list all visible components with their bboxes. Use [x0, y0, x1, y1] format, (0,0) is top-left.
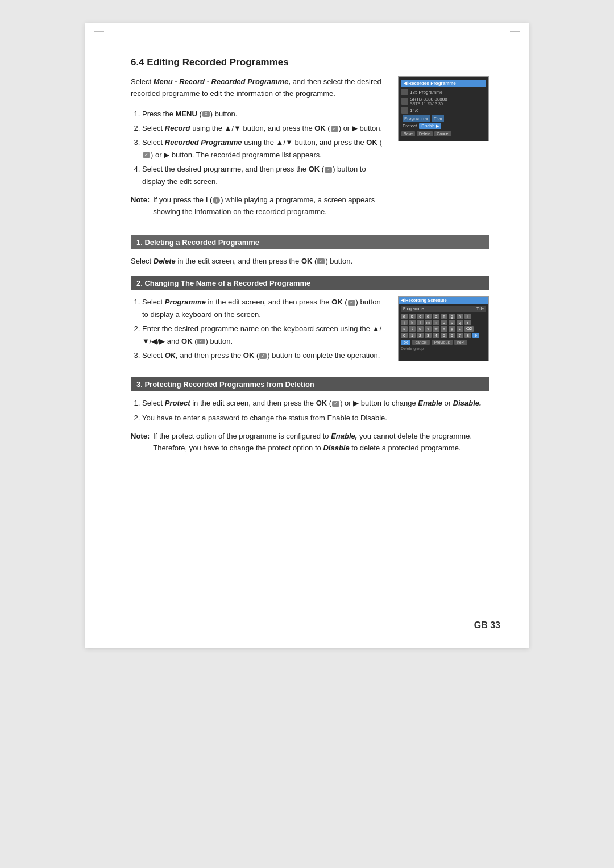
key-2: 2 — [417, 333, 424, 338]
screenshot-box-2: ◀ Recording Schedule Programme Title a b… — [398, 296, 489, 368]
key-l: l — [417, 320, 424, 325]
ss2-key-row-1: a b c d e f g h i — [401, 314, 486, 319]
section-2-header: 2. Changing The Name of a Recorded Progr… — [131, 276, 489, 290]
note-main: Note: If you press the i (i) while playi… — [131, 194, 387, 218]
ss1-save-btn: Save — [401, 131, 415, 136]
ss2-next-btn: next — [454, 340, 467, 345]
ss1-row-3: 14/6 — [401, 107, 486, 114]
key-d: d — [425, 314, 432, 319]
section-3-header: 3. Protecting Recorded Programmes from D… — [131, 377, 489, 391]
section-1-container: 1. Deleting a Recorded Programme Select … — [131, 235, 489, 267]
ss1-programme-label: Programme — [403, 115, 430, 122]
key-m: m — [425, 320, 432, 325]
ok-icon-s3-1: ✓ — [332, 401, 339, 407]
key-a: a — [401, 314, 408, 319]
ok-icon-s2-1: ✓ — [348, 300, 355, 306]
key-7: 7 — [457, 333, 463, 338]
screenshot-box-1: ◀ Recorded Programme 185 Programme SRTB … — [398, 76, 489, 226]
ss2-previous-btn: Previous — [432, 340, 453, 345]
corner-mark-tr — [510, 31, 520, 41]
ss1-row-protect: Protect Disable ▶ — [403, 123, 484, 129]
note-text: If you press the i (i) while playing a p… — [153, 194, 387, 218]
key-1: 1 — [409, 333, 416, 338]
key-b: b — [409, 314, 416, 319]
corner-mark-br — [510, 629, 520, 639]
s3-step-1: Select Protect in the edit screen, and t… — [142, 397, 489, 409]
key-8: 8 — [464, 333, 471, 338]
ss2-delete-group: Delete group — [401, 347, 486, 350]
ok-icon-s2-3: ✓ — [259, 353, 267, 359]
ok-icon-2: ✓ — [143, 152, 150, 158]
key-backspace: ⌫ — [464, 326, 474, 332]
step-2: Select Record using the ▲/▼ button, and … — [142, 122, 387, 134]
section-1-header: 1. Deleting a Recorded Programme — [131, 235, 489, 249]
page-number: GB 33 — [474, 620, 500, 631]
info-icon: i — [213, 197, 220, 204]
step-1: Press the MENU (≡) button. — [142, 108, 387, 120]
menu-icon: ≡ — [202, 111, 210, 117]
key-h: h — [457, 314, 463, 319]
key-5: 5 — [441, 333, 447, 338]
key-r: r — [464, 320, 471, 325]
ss1-icon-3 — [401, 107, 408, 114]
ss1-cancel-btn: Cancel — [434, 131, 451, 136]
section-3-steps: Select Protect in the edit screen, and t… — [142, 397, 489, 424]
section-title: 6.4 Editing Recorded Programmes — [131, 57, 489, 68]
key-o: o — [441, 320, 447, 325]
s2-step-3: Select OK, and then press the OK (✓) but… — [142, 349, 387, 361]
key-w: w — [433, 326, 439, 332]
ss1-label-2a: SRTB 8888 88888 — [410, 97, 447, 102]
ss2-cancel-btn: cancel — [412, 340, 429, 345]
key-9: 9 — [472, 333, 479, 338]
key-t: t — [409, 326, 416, 332]
ss2-field-label: Programme — [403, 307, 424, 311]
ok-icon-s1: ✓ — [317, 258, 325, 264]
key-q: q — [457, 320, 463, 325]
ss1-btn-row: Save Delete Cancel — [401, 131, 486, 136]
ss2-keyboard: a b c d e f g h i j k — [401, 314, 486, 338]
ss1-protect-label: Protect — [403, 123, 417, 129]
ss2-action-buttons: ok cancel Previous next — [401, 340, 486, 345]
ss1-date-2: SRTB 11:25-13:30 — [410, 102, 447, 106]
s2-step-1: Select Programme in the edit screen, and… — [142, 296, 387, 320]
section-2-container: 2. Changing The Name of a Recorded Progr… — [131, 276, 489, 368]
section-3-container: 3. Protecting Recorded Programmes from D… — [131, 377, 489, 454]
key-p: p — [449, 320, 455, 325]
key-v: v — [425, 326, 432, 332]
note-s3-label: Note: — [131, 431, 150, 454]
note-s3-text: If the protect option of the programme i… — [153, 431, 489, 454]
key-e: e — [433, 314, 439, 319]
key-g: g — [449, 314, 455, 319]
section-2-text: Select Programme in the edit screen, and… — [131, 296, 387, 368]
ss2-ok-btn: ok — [401, 340, 410, 345]
ss1-row-2: SRTB 8888 88888 SRTB 11:25-13:30 — [401, 97, 486, 106]
step-4: Select the desired programme, and then p… — [142, 163, 387, 187]
ok-icon-s2-2: ✓ — [197, 339, 205, 344]
ss2-key-row-4: 0 1 2 3 4 5 6 7 8 9 — [401, 333, 486, 338]
key-f: f — [441, 314, 447, 319]
key-j: j — [401, 320, 408, 325]
ss1-label-1: 185 Programme — [410, 90, 442, 95]
key-4: 4 — [433, 333, 439, 338]
ss2-field-value: Title — [476, 307, 484, 311]
key-c: c — [417, 314, 424, 319]
key-n: n — [433, 320, 439, 325]
step-3: Select Recorded Programme using the ▲/▼ … — [142, 136, 387, 161]
ss1-icon-2 — [401, 98, 408, 105]
ss2-key-row-3: s t u v w x y z ⌫ — [401, 326, 486, 332]
main-steps-list: Press the MENU (≡) button. Select Record… — [142, 108, 387, 188]
ss1-row-1: 185 Programme — [401, 89, 486, 95]
key-x: x — [441, 326, 447, 332]
ss1-title-label: Title — [432, 115, 444, 122]
main-content: Select Menu - Record - Recorded Programm… — [131, 76, 489, 226]
screenshot-2: ◀ Recording Schedule Programme Title a b… — [398, 296, 489, 361]
page-wrapper: 6.4 Editing Recorded Programmes Select M… — [85, 23, 529, 648]
ok-icon-1: ✓ — [331, 126, 338, 132]
main-text-area: Select Menu - Record - Recorded Programm… — [131, 76, 387, 226]
section-1-text: Select Delete in the edit screen, and th… — [131, 255, 489, 267]
section-2-steps: Select Programme in the edit screen, and… — [142, 296, 387, 361]
key-z: z — [457, 326, 463, 332]
ss1-icon-1 — [401, 89, 408, 95]
key-3: 3 — [425, 333, 432, 338]
s2-step-2: Enter the desired programme name on the … — [142, 323, 387, 347]
